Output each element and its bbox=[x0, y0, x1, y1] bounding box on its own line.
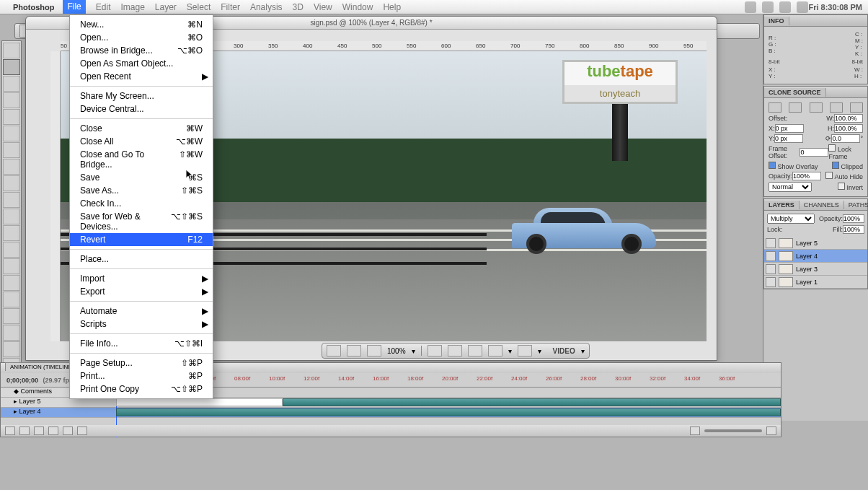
zoom-slider[interactable] bbox=[704, 429, 762, 432]
menu-item-save-for-web-devices[interactable]: Save for Web & Devices...⌥⇧⌘S bbox=[70, 210, 213, 233]
zoom-in-icon[interactable] bbox=[766, 426, 776, 435]
layer-row[interactable]: Layer 3 bbox=[764, 263, 867, 276]
menu-analysis[interactable]: Analysis bbox=[250, 2, 283, 12]
menu-item-file-info[interactable]: File Info...⌥⇧⌘I bbox=[70, 337, 213, 350]
frame-offset-input[interactable] bbox=[800, 148, 828, 157]
menu-layer[interactable]: Layer bbox=[155, 2, 177, 12]
w-input[interactable] bbox=[834, 114, 863, 123]
fill-input[interactable] bbox=[843, 225, 864, 234]
x-input[interactable] bbox=[775, 124, 804, 133]
angle-input[interactable] bbox=[831, 134, 860, 143]
menu-item-save-as[interactable]: Save As...⇧⌘S bbox=[70, 184, 213, 197]
gradient-tool-icon[interactable] bbox=[3, 225, 20, 241]
menu-edit[interactable]: Edit bbox=[96, 2, 111, 12]
crop-tool-icon[interactable] bbox=[3, 109, 20, 125]
layer-opacity-input[interactable] bbox=[843, 214, 864, 223]
zoom-out-icon[interactable] bbox=[690, 426, 700, 435]
eyedropper-tool-icon[interactable] bbox=[3, 126, 20, 141]
type-tool-icon[interactable] bbox=[3, 292, 20, 307]
menu-item-close-and-go-to-bridge[interactable]: Close and Go To Bridge...⇧⌘W bbox=[70, 148, 213, 171]
visibility-icon[interactable] bbox=[766, 251, 776, 261]
h-input[interactable] bbox=[834, 124, 863, 133]
3d-tool-icon[interactable] bbox=[3, 341, 20, 357]
status-icon[interactable] bbox=[762, 1, 774, 13]
menu-select[interactable]: Select bbox=[187, 2, 211, 12]
menu-item-open-as-smart-object[interactable]: Open As Smart Object... bbox=[70, 57, 213, 70]
clone-src-icon[interactable] bbox=[789, 102, 802, 113]
workspace-label[interactable]: VIDEO bbox=[553, 347, 575, 355]
menu-image[interactable]: Image bbox=[120, 2, 144, 12]
ruler-vertical[interactable] bbox=[50, 51, 61, 341]
guides-icon[interactable] bbox=[518, 345, 532, 356]
paths-tab[interactable]: PATHS bbox=[844, 201, 868, 209]
clipped-check[interactable] bbox=[832, 162, 839, 169]
play-icon[interactable] bbox=[34, 426, 44, 435]
hand-icon[interactable] bbox=[428, 345, 442, 356]
dodge-tool-icon[interactable] bbox=[3, 258, 20, 274]
loop-icon[interactable] bbox=[77, 426, 87, 435]
screen-mode-icon[interactable] bbox=[347, 345, 361, 356]
zoom-value[interactable]: 100% bbox=[387, 347, 406, 355]
layer-thumb[interactable] bbox=[779, 264, 793, 274]
menu-item-revert[interactable]: RevertF12 bbox=[70, 233, 213, 246]
extras-icon[interactable] bbox=[488, 345, 502, 356]
menu-item-open-recent[interactable]: Open Recent▶ bbox=[70, 70, 213, 83]
menu-item-automate[interactable]: Automate▶ bbox=[70, 305, 213, 318]
eraser-tool-icon[interactable] bbox=[3, 209, 20, 224]
track-row[interactable]: ▸ Layer 5 bbox=[1, 398, 781, 408]
menu-3d[interactable]: 3D bbox=[293, 2, 304, 12]
layer-thumb[interactable] bbox=[779, 251, 793, 261]
next-frame-icon[interactable] bbox=[48, 426, 58, 435]
overlay-opacity-input[interactable] bbox=[792, 172, 821, 180]
status-icon[interactable] bbox=[797, 1, 808, 13]
menu-item-scripts[interactable]: Scripts▶ bbox=[70, 318, 213, 331]
clone-src-icon[interactable] bbox=[810, 102, 823, 113]
channels-tab[interactable]: CHANNELS bbox=[800, 201, 844, 209]
visibility-icon[interactable] bbox=[766, 264, 776, 274]
menu-window[interactable]: Window bbox=[342, 2, 373, 12]
history-brush-icon[interactable] bbox=[3, 192, 20, 208]
status-icon[interactable] bbox=[779, 1, 791, 13]
rewind-icon[interactable] bbox=[5, 426, 15, 435]
clone-source-tab[interactable]: CLONE SOURCE bbox=[764, 88, 826, 97]
menu-item-browse-in-bridge[interactable]: Browse in Bridge...⌥⌘O bbox=[70, 44, 213, 57]
menubar-clock[interactable]: Fri 8:30:08 PM bbox=[808, 3, 862, 12]
clone-src-icon[interactable] bbox=[850, 102, 863, 113]
status-icon[interactable] bbox=[745, 1, 756, 13]
menu-item-open[interactable]: Open...⌘O bbox=[70, 31, 213, 44]
audio-icon[interactable] bbox=[63, 426, 73, 435]
brush-tool-icon[interactable] bbox=[3, 159, 20, 175]
ps-icon[interactable] bbox=[327, 345, 341, 356]
menu-item-check-in[interactable]: Check In... bbox=[70, 197, 213, 210]
layer-thumb[interactable] bbox=[779, 238, 793, 248]
layer-row[interactable]: Layer 4 bbox=[764, 250, 867, 263]
clone-src-icon[interactable] bbox=[830, 102, 843, 113]
blend-mode-select[interactable]: Multiply bbox=[767, 214, 815, 224]
healing-tool-icon[interactable] bbox=[3, 142, 20, 158]
layer-row[interactable]: Layer 1 bbox=[764, 276, 867, 289]
menu-item-import[interactable]: Import▶ bbox=[70, 272, 213, 285]
visibility-icon[interactable] bbox=[766, 238, 776, 248]
layer-thumb[interactable] bbox=[779, 277, 793, 287]
arrange-icon[interactable] bbox=[367, 345, 381, 356]
lock-frame-check[interactable] bbox=[828, 144, 836, 152]
menu-item-device-central[interactable]: Device Central... bbox=[70, 102, 213, 115]
layer-row[interactable]: Layer 5 bbox=[764, 237, 867, 250]
menu-file[interactable]: File bbox=[63, 0, 85, 14]
pen-tool-icon[interactable] bbox=[3, 275, 20, 291]
y-input[interactable] bbox=[774, 134, 803, 143]
clone-src-icon[interactable] bbox=[769, 102, 781, 113]
timeline-tab[interactable]: ANIMATION (TIMELINE) bbox=[5, 362, 79, 371]
menu-filter[interactable]: Filter bbox=[221, 2, 240, 12]
visibility-icon[interactable] bbox=[766, 277, 776, 287]
zoom-icon[interactable] bbox=[448, 345, 462, 356]
menu-item-close[interactable]: Close⌘W bbox=[70, 122, 213, 135]
layers-tab[interactable]: LAYERS bbox=[764, 201, 800, 209]
timeline-ruler[interactable]: 02:00f04:00f06:00f08:00f10:00f12:00f14:0… bbox=[116, 373, 781, 387]
marquee-tool-icon[interactable] bbox=[3, 59, 20, 75]
stamp-tool-icon[interactable] bbox=[3, 175, 20, 191]
menu-view[interactable]: View bbox=[314, 2, 332, 12]
blur-tool-icon[interactable] bbox=[3, 242, 20, 258]
prev-frame-icon[interactable] bbox=[19, 426, 30, 435]
menu-item-new[interactable]: New...⌘N bbox=[70, 18, 213, 31]
